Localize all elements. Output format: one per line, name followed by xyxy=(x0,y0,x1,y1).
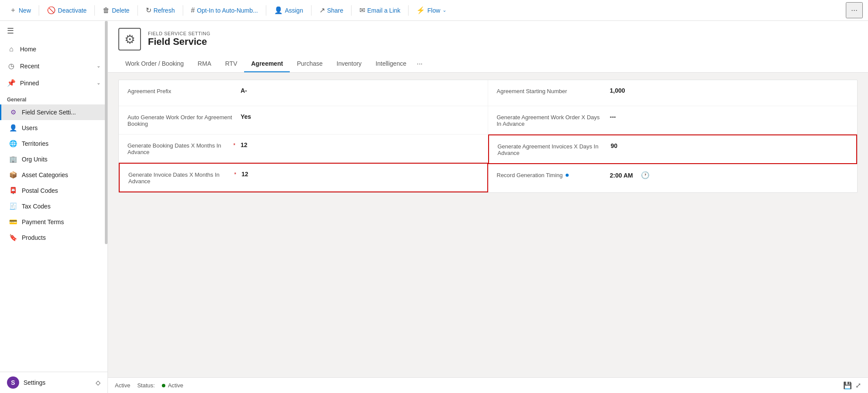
new-button[interactable]: ＋ New xyxy=(5,3,35,17)
deactivate-icon: 🚫 xyxy=(47,6,56,14)
form-left-column: Agreement Prefix A- Auto Generate Work O… xyxy=(119,80,488,192)
refresh-button[interactable]: ↻ Refresh xyxy=(141,3,179,17)
sidebar-item-territories[interactable]: 🌐 Territories xyxy=(0,136,107,151)
sidebar-item-asset-categories-label: Asset Categories xyxy=(22,171,68,178)
tab-inventory[interactable]: Inventory xyxy=(330,56,369,72)
form-right-column: Agreement Starting Number 1,000 Generate… xyxy=(488,80,858,192)
sidebar-item-users[interactable]: 👤 Users xyxy=(0,120,107,136)
hash-icon: # xyxy=(191,7,195,14)
sidebar-item-field-service-label: Field Service Setti... xyxy=(22,109,76,116)
new-label: New xyxy=(19,7,31,14)
share-label: Share xyxy=(327,7,343,14)
products-icon: 🔖 xyxy=(9,234,17,242)
tab-agreement[interactable]: Agreement xyxy=(244,56,290,72)
sidebar-item-asset-categories[interactable]: 📦 Asset Categories xyxy=(0,167,107,183)
flow-label: Flow xyxy=(427,7,440,14)
toolbar: ＋ New 🚫 Deactivate 🗑 Delete ↻ Refresh # … xyxy=(0,0,868,21)
toolbar-separator-8 xyxy=(408,5,409,16)
delete-button[interactable]: 🗑 Delete xyxy=(98,4,134,17)
status-dot xyxy=(162,384,165,387)
form-area: Agreement Prefix A- Auto Generate Work O… xyxy=(108,73,868,377)
new-icon: ＋ xyxy=(10,6,17,15)
record-header: ⚙ FIELD SERVICE SETTING Field Service Wo… xyxy=(108,21,868,73)
tab-purchase[interactable]: Purchase xyxy=(290,56,329,72)
deactivate-label: Deactivate xyxy=(58,7,87,14)
booking-dates-value: 12 xyxy=(241,141,248,148)
sidebar-item-payment-terms[interactable]: 💳 Payment Terms xyxy=(0,214,107,230)
sidebar-item-pinned[interactable]: 📌 Pinned ⌄ xyxy=(0,74,107,91)
flow-icon: ⚡ xyxy=(416,6,425,14)
email-link-button[interactable]: ✉ Email a Link xyxy=(355,3,405,17)
sidebar-item-products[interactable]: 🔖 Products xyxy=(0,230,107,245)
active-label: Active xyxy=(115,382,130,389)
assign-button[interactable]: 👤 Assign xyxy=(270,3,308,17)
field-agreement-starting-number: Agreement Starting Number 1,000 xyxy=(488,80,858,106)
delete-label: Delete xyxy=(112,7,129,14)
sidebar-item-tax-codes[interactable]: 🧾 Tax Codes xyxy=(0,198,107,214)
clock-icon: 🕐 xyxy=(641,171,650,179)
agreement-starting-number-label: Agreement Starting Number xyxy=(497,87,610,94)
refresh-icon: ↻ xyxy=(146,6,151,14)
generate-invoice-days-label: Generate Agreement Invoices X Days In Ad… xyxy=(498,142,611,156)
toolbar-separator-2 xyxy=(94,5,95,16)
sidebar: ☰ ⌂ Home ◷ Recent ⌄ 📌 Pinned ⌄ General ⚙… xyxy=(0,21,108,393)
sidebar-item-recent[interactable]: ◷ Recent ⌄ xyxy=(0,57,107,74)
record-generation-timing-label: Record Generation Timing xyxy=(497,171,610,178)
users-icon: 👤 xyxy=(9,124,17,132)
field-generate-invoice-dates: Generate Invoice Dates X Months In Advan… xyxy=(119,163,488,192)
agreement-prefix-value: A- xyxy=(241,87,247,94)
sidebar-item-users-label: Users xyxy=(22,124,38,131)
toolbar-separator-4 xyxy=(183,5,183,16)
sidebar-item-postal-codes[interactable]: 📮 Postal Codes xyxy=(0,183,107,198)
sidebar-item-field-service-settings[interactable]: ⚙ Field Service Setti... xyxy=(0,104,107,120)
booking-dates-required: * xyxy=(233,142,235,148)
email-icon: ✉ xyxy=(359,6,365,14)
hamburger-menu-button[interactable]: ☰ xyxy=(0,21,107,41)
sidebar-item-recent-label: Recent xyxy=(20,63,39,70)
delete-icon: 🗑 xyxy=(103,7,110,14)
tab-rma[interactable]: RMA xyxy=(191,56,218,72)
agreement-starting-number-value: 1,000 xyxy=(610,87,625,94)
status-bar: Active Status: Active 💾 ⤢ xyxy=(108,377,868,393)
sidebar-item-postal-codes-label: Postal Codes xyxy=(22,187,58,194)
sidebar-item-pinned-label: Pinned xyxy=(20,80,39,87)
opt-in-button[interactable]: # Opt-In to Auto-Numb... xyxy=(187,4,262,17)
toolbar-separator-7 xyxy=(351,5,352,16)
email-link-label: Email a Link xyxy=(367,7,400,14)
payment-terms-icon: 💳 xyxy=(9,218,17,226)
tab-rtv[interactable]: RTV xyxy=(218,56,244,72)
status-active-indicator: Active xyxy=(115,382,130,389)
flow-button[interactable]: ⚡ Flow ⌄ xyxy=(412,3,451,17)
field-service-settings-icon: ⚙ xyxy=(9,108,17,116)
toolbar-separator-3 xyxy=(137,5,138,16)
home-icon: ⌂ xyxy=(7,45,16,53)
tabs-more-button[interactable]: ··· xyxy=(413,56,426,72)
sidebar-item-org-units-label: Org Units xyxy=(22,156,47,163)
generate-wo-days-value: --- xyxy=(610,113,616,120)
recent-icon: ◷ xyxy=(7,62,16,70)
sidebar-settings-footer[interactable]: S Settings ◇ xyxy=(0,372,107,393)
share-button[interactable]: ↗ Share xyxy=(315,3,348,17)
deactivate-button[interactable]: 🚫 Deactivate xyxy=(43,3,91,17)
tab-work-order-booking[interactable]: Work Order / Booking xyxy=(118,56,191,72)
sidebar-item-org-units[interactable]: 🏢 Org Units xyxy=(0,151,107,167)
tab-intelligence[interactable]: Intelligence xyxy=(369,56,413,72)
expand-icon[interactable]: ⤢ xyxy=(855,381,861,390)
auto-generate-value: Yes xyxy=(241,113,251,120)
more-options-button[interactable]: ··· xyxy=(846,2,863,18)
field-generate-invoice-days: Generate Agreement Invoices X Days In Ad… xyxy=(488,134,858,164)
recent-chevron-icon: ⌄ xyxy=(97,63,101,69)
sidebar-section-general: General xyxy=(0,91,107,104)
agreement-prefix-label: Agreement Prefix xyxy=(127,87,241,94)
form-section: Agreement Prefix A- Auto Generate Work O… xyxy=(119,80,857,192)
toolbar-separator-5 xyxy=(266,5,266,16)
sidebar-item-home[interactable]: ⌂ Home xyxy=(0,41,107,57)
record-generation-info-dot xyxy=(566,174,569,177)
settings-avatar: S xyxy=(7,376,19,389)
sidebar-item-tax-codes-label: Tax Codes xyxy=(22,203,50,210)
save-icon[interactable]: 💾 xyxy=(843,381,852,390)
tabs-bar: Work Order / Booking RMA RTV Agreement P… xyxy=(118,56,858,72)
field-agreement-prefix: Agreement Prefix A- xyxy=(119,80,488,106)
sidebar-scrollbar[interactable] xyxy=(105,21,107,244)
form-card: Agreement Prefix A- Auto Generate Work O… xyxy=(118,80,858,193)
